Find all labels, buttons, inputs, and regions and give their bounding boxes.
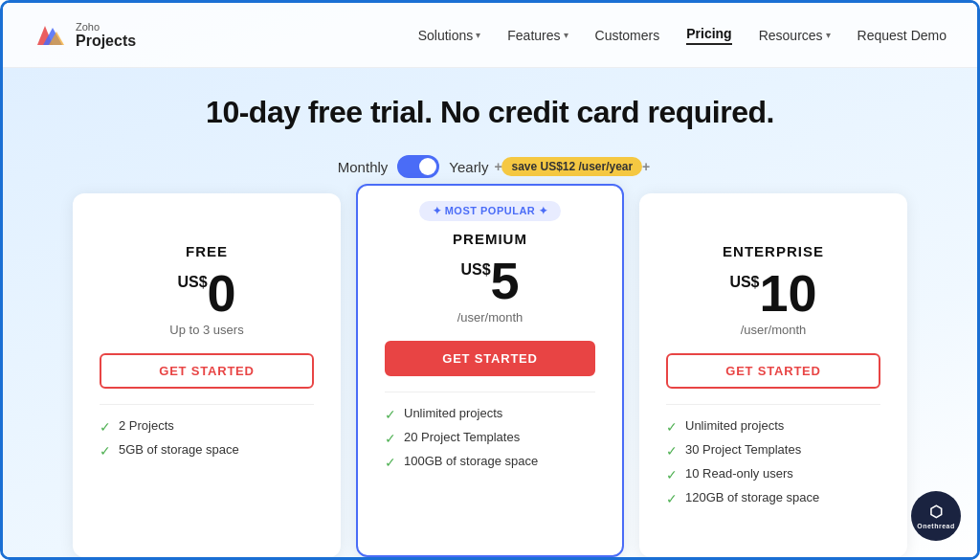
zoho-logo-icon xyxy=(33,18,68,53)
free-amount: 0 xyxy=(208,264,236,322)
nav-features[interactable]: Features ▾ xyxy=(507,28,568,43)
list-item: ✓ 5GB of storage space xyxy=(100,442,314,459)
list-item: ✓ 100GB of storage space xyxy=(385,454,595,470)
premium-plan-card: ✦ MOST POPULAR ✦ PREMIUM US$5 /user/mont… xyxy=(356,184,624,557)
yearly-label: Yearly xyxy=(449,159,488,175)
free-divider xyxy=(100,404,314,405)
list-item: ✓ 10 Read-only users xyxy=(666,466,880,482)
billing-toggle: Monthly Yearly save US$12 /user/year xyxy=(3,155,977,178)
nav-solutions[interactable]: Solutions ▾ xyxy=(418,28,481,43)
check-icon: ✓ xyxy=(100,419,111,435)
check-icon: ✓ xyxy=(385,455,396,470)
check-icon: ✓ xyxy=(666,467,678,482)
pricing-cards: FREE US$0 Up to 3 users GET STARTED ✓ 2 … xyxy=(3,193,977,557)
onethread-badge: ⬡ Onethread xyxy=(911,491,961,541)
toggle-knob xyxy=(419,158,436,175)
request-demo-button[interactable]: Request Demo xyxy=(858,28,947,43)
free-price-row: US$0 xyxy=(100,267,314,319)
enterprise-currency: US$ xyxy=(729,274,759,290)
enterprise-divider xyxy=(666,404,880,405)
check-icon: ✓ xyxy=(666,491,678,506)
list-item: ✓ 30 Project Templates xyxy=(666,442,880,459)
premium-price-row: US$5 xyxy=(385,255,595,306)
chevron-down-icon: ▾ xyxy=(826,30,831,40)
nav-links: Solutions ▾ Features ▾ Customers Pricing… xyxy=(418,26,947,45)
free-price-sub: Up to 3 users xyxy=(100,323,314,340)
logo-area: Zoho Projects xyxy=(33,18,136,53)
premium-features-list: ✓ Unlimited projects ✓ 20 Project Templa… xyxy=(385,406,595,470)
hero-section: 10-day free trial. No credit card requir… xyxy=(3,68,977,146)
save-badge: save US$12 /user/year xyxy=(501,157,642,176)
logo-zoho: Zoho xyxy=(76,21,136,33)
enterprise-features-list: ✓ Unlimited projects ✓ 30 Project Templa… xyxy=(666,418,880,506)
nav-resources[interactable]: Resources ▾ xyxy=(759,28,831,43)
list-item: ✓ Unlimited projects xyxy=(666,418,880,435)
free-features-list: ✓ 2 Projects ✓ 5GB of storage space xyxy=(100,418,314,459)
enterprise-amount: 10 xyxy=(760,264,817,322)
enterprise-price-row: US$10 xyxy=(666,267,880,319)
hero-title: 10-day free trial. No credit card requir… xyxy=(3,95,977,130)
premium-amount: 5 xyxy=(491,252,520,309)
premium-currency: US$ xyxy=(460,261,490,278)
free-currency: US$ xyxy=(177,274,207,290)
list-item: ✓ 2 Projects xyxy=(100,418,314,435)
enterprise-price-sub: /user/month xyxy=(666,323,880,340)
nav-pricing[interactable]: Pricing xyxy=(686,26,731,45)
free-plan-name: FREE xyxy=(100,243,314,259)
logo-text: Zoho Projects xyxy=(76,21,136,50)
list-item: ✓ 120GB of storage space xyxy=(666,490,880,506)
premium-plan-name: PREMIUM xyxy=(385,231,595,247)
logo-projects: Projects xyxy=(76,33,136,50)
most-popular-badge: ✦ MOST POPULAR ✦ xyxy=(419,201,562,221)
check-icon: ✓ xyxy=(666,419,678,435)
chevron-down-icon: ▾ xyxy=(564,30,568,40)
list-item: ✓ Unlimited projects xyxy=(385,406,595,422)
free-plan-card: FREE US$0 Up to 3 users GET STARTED ✓ 2 … xyxy=(73,193,341,557)
premium-get-started-button[interactable]: GET STARTED xyxy=(385,341,595,376)
check-icon: ✓ xyxy=(385,407,396,422)
enterprise-plan-card: ENTERPRISE US$10 /user/month GET STARTED… xyxy=(639,193,907,557)
free-get-started-button[interactable]: GET STARTED xyxy=(100,353,314,389)
check-icon: ✓ xyxy=(666,443,678,459)
list-item: ✓ 20 Project Templates xyxy=(385,430,595,446)
nav-customers[interactable]: Customers xyxy=(595,28,660,43)
premium-price-sub: /user/month xyxy=(385,310,595,327)
check-icon: ✓ xyxy=(385,431,396,446)
onethread-label: Onethread xyxy=(917,523,955,529)
premium-divider xyxy=(385,392,595,392)
enterprise-get-started-button[interactable]: GET STARTED xyxy=(666,353,880,389)
monthly-label: Monthly xyxy=(338,159,389,175)
chevron-down-icon: ▾ xyxy=(476,30,480,40)
navigation: Zoho Projects Solutions ▾ Features ▾ Cus… xyxy=(3,3,977,68)
enterprise-plan-name: ENTERPRISE xyxy=(666,243,880,259)
onethread-icon: ⬡ xyxy=(929,503,944,521)
check-icon: ✓ xyxy=(100,443,111,459)
page-wrapper: Zoho Projects Solutions ▾ Features ▾ Cus… xyxy=(3,3,977,557)
billing-toggle-switch[interactable] xyxy=(397,155,439,178)
